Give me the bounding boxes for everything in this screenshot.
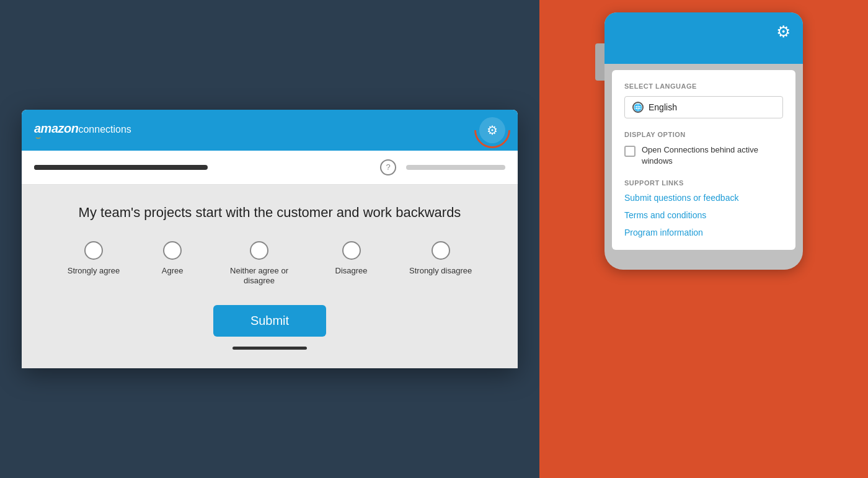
- submit-feedback-link[interactable]: Submit questions or feedback: [624, 193, 783, 203]
- submit-button[interactable]: Submit: [213, 305, 326, 337]
- left-panel: amazon connections ⌣ ⚙ ? My team's proje…: [0, 0, 539, 478]
- gear-button[interactable]: ⚙: [479, 117, 505, 143]
- label-strongly-agree: Strongly agree: [68, 266, 120, 277]
- progress-bar-track: [34, 165, 208, 170]
- gear-icon: ⚙: [487, 123, 498, 138]
- radio-strongly-disagree[interactable]: [432, 241, 450, 260]
- radio-options: Strongly agree Agree Neither agree or di…: [34, 241, 505, 287]
- display-section-title: DISPLAY OPTION: [624, 131, 783, 138]
- right-panel: ⚙ SELECT LANGUAGE 🌐 English DISPLAY OPTI…: [539, 0, 868, 478]
- app-window: amazon connections ⌣ ⚙ ? My team's proje…: [22, 110, 518, 369]
- progress-bar-fill: [34, 165, 156, 170]
- progress-bar-right: [406, 165, 505, 170]
- label-strongly-disagree: Strongly disagree: [409, 266, 472, 277]
- support-links-section: SUPPORT LINKS Submit questions or feedba…: [624, 179, 783, 237]
- option-strongly-agree[interactable]: Strongly agree: [68, 241, 120, 277]
- display-option-section: DISPLAY OPTION Open Connections behind a…: [624, 131, 783, 167]
- app-header: amazon connections ⌣ ⚙: [22, 110, 518, 151]
- device-top-tab: ⚙: [604, 12, 803, 51]
- globe-icon: 🌐: [632, 102, 644, 113]
- radio-agree[interactable]: [163, 241, 182, 260]
- language-section-title: SELECT LANGUAGE: [624, 82, 783, 90]
- display-option-label: Open Connections behind active windows: [642, 144, 783, 167]
- language-section: SELECT LANGUAGE 🌐 English: [624, 82, 783, 118]
- label-disagree: Disagree: [335, 266, 368, 277]
- radio-disagree[interactable]: [342, 241, 361, 260]
- device-wrapper: ⚙ SELECT LANGUAGE 🌐 English DISPLAY OPTI…: [539, 12, 868, 270]
- radio-strongly-agree[interactable]: [84, 241, 103, 260]
- label-agree: Agree: [162, 266, 184, 277]
- device-gear-icon[interactable]: ⚙: [776, 22, 790, 42]
- option-disagree[interactable]: Disagree: [335, 241, 368, 277]
- logo-connections: connections: [78, 124, 131, 135]
- display-checkbox[interactable]: [624, 146, 636, 157]
- progress-bar-container: [34, 165, 370, 170]
- option-strongly-disagree[interactable]: Strongly disagree: [409, 241, 472, 277]
- progress-area: ?: [22, 151, 518, 185]
- help-icon[interactable]: ?: [380, 159, 396, 175]
- label-neither: Neither agree or disagree: [225, 266, 293, 287]
- radio-neither[interactable]: [250, 241, 268, 260]
- language-select[interactable]: 🌐 English: [624, 96, 783, 118]
- survey-question: My team's projects start with the custom…: [34, 203, 505, 223]
- app-logo: amazon connections ⌣: [34, 122, 131, 138]
- option-agree[interactable]: Agree: [162, 241, 184, 277]
- survey-content: My team's projects start with the custom…: [22, 185, 518, 369]
- terms-link[interactable]: Terms and conditions: [624, 210, 783, 220]
- device-shape: ⚙ SELECT LANGUAGE 🌐 English DISPLAY OPTI…: [604, 12, 803, 270]
- submit-area: Submit: [34, 305, 505, 356]
- bottom-bar: [232, 347, 307, 350]
- support-section-title: SUPPORT LINKS: [624, 179, 783, 187]
- program-info-link[interactable]: Program information: [624, 228, 783, 237]
- logo-smile: ⌣: [35, 136, 131, 138]
- language-value: English: [649, 102, 677, 112]
- display-checkbox-option[interactable]: Open Connections behind active windows: [624, 144, 783, 167]
- settings-panel: SELECT LANGUAGE 🌐 English DISPLAY OPTION…: [612, 70, 795, 250]
- option-neither[interactable]: Neither agree or disagree: [225, 241, 293, 287]
